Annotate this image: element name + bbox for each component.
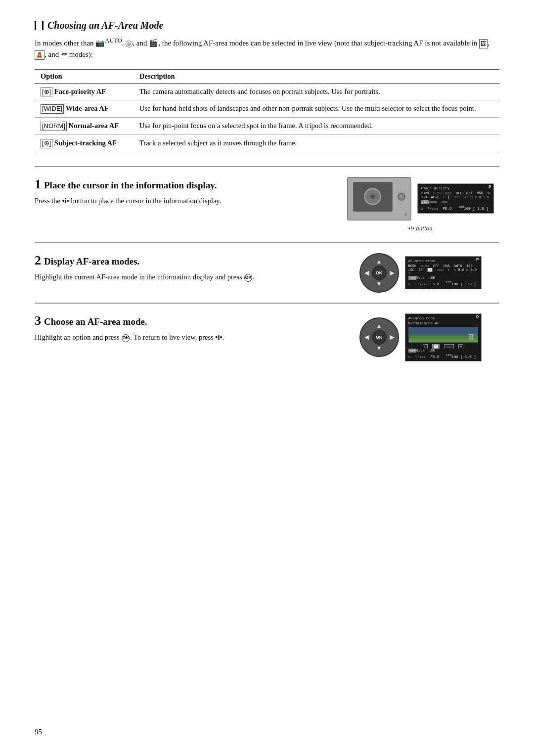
- table-row: [⊛] Subject-tracking AFTrack a selected …: [35, 134, 499, 152]
- step-1-button-label: •i• button: [408, 224, 432, 232]
- camera-body-mockup: • ⓪: [347, 177, 411, 221]
- step-3-block: 3 Choose an AF-area mode. Highlight an o…: [35, 303, 499, 372]
- step-3-title: Choose an AF-area mode.: [44, 316, 147, 328]
- step-3-number: 3: [35, 313, 41, 328]
- intro-text: In modes other than 📷AUTO, ⊕, and 🎬, the…: [35, 36, 499, 61]
- section-icon: [35, 21, 44, 30]
- step-3-content: 3 Choose an AF-area mode. Highlight an o…: [35, 313, 329, 362]
- option-label-1: Wide-area AF: [66, 104, 109, 112]
- nav-arrow-up: ▲: [376, 258, 382, 266]
- ok-button-3: OK: [372, 330, 387, 345]
- table-cell-desc-1: Use for hand-held shots of landscapes an…: [134, 100, 499, 118]
- table-row: [⊕] Face-priority AFThe camera automatic…: [35, 83, 499, 100]
- wide-area-icon: [WIDE]: [41, 104, 64, 114]
- step-3-cam-display: P AF-area mode Normal-area AF ☐ ██ ☐☐☐ ⊕…: [405, 313, 482, 362]
- ok-button: OK: [372, 266, 387, 280]
- option-label-0: Face-priority AF: [54, 88, 106, 95]
- nav-wheel-3: ▲ ▼ ◀ ▶ OK: [359, 317, 399, 357]
- step-1-number: 1: [35, 177, 41, 192]
- table-cell-option-0: [⊕] Face-priority AF: [35, 83, 134, 100]
- step-2-title: Display AF-area modes.: [44, 256, 139, 268]
- step-1-title: Place the cursor in the information disp…: [44, 179, 217, 192]
- table-row: [NORM] Normal-area AFUse for pin-point f…: [35, 118, 499, 135]
- option-label-3: Subject-tracking AF: [54, 139, 117, 147]
- face-priority-icon: [⊕]: [41, 88, 52, 97]
- step-2-body: Highlight the current AF-area mode in th…: [35, 271, 329, 282]
- table-row: [WIDE] Wide-area AFUse for hand-held sho…: [35, 100, 499, 118]
- nav-arrow-up-3: ▲: [376, 322, 382, 330]
- nav-arrow-down: ▼: [376, 280, 382, 288]
- table-cell-desc-3: Track a selected subject as it moves thr…: [134, 134, 499, 152]
- nav-arrow-right-3: ▶: [390, 334, 394, 341]
- nav-arrow-left-3: ◀: [364, 334, 369, 341]
- table-header-description: Description: [134, 69, 499, 84]
- step-1-content: 1 Place the cursor in the information di…: [35, 177, 329, 232]
- af-area-table: Option Description [⊕] Face-priority AFT…: [35, 69, 499, 152]
- table-cell-option-2: [NORM] Normal-area AF: [35, 118, 134, 135]
- nav-wheel: ▲ ▼ ◀ ▶ OK: [359, 253, 399, 293]
- nav-arrow-down-3: ▼: [376, 345, 382, 352]
- table-cell-option-3: [⊛] Subject-tracking AF: [35, 134, 134, 152]
- page-number: 95: [35, 728, 42, 736]
- step-2-visuals: ▲ ▼ ◀ ▶ OK P AF-area mode NORM ☐ ☐☐ OFF …: [341, 253, 499, 293]
- subject-tracking-icon: [⊛]: [41, 139, 52, 148]
- table-cell-desc-0: The camera automatically detects and foc…: [134, 83, 499, 100]
- step-1-visuals: • ⓪ P Image quality NORM ☐ ☐☐ OFF OFF Nǒ…: [341, 177, 499, 232]
- step-1-block: 1 Place the cursor in the information di…: [35, 166, 499, 242]
- step-1-cam-display: P Image quality NORM ☐ ☐☐ OFF OFF NǒA Nǒ…: [417, 183, 494, 214]
- step-3-visuals: ▲ ▼ ◀ ▶ OK P AF-area mode Normal-area AF…: [341, 313, 499, 362]
- table-header-option: Option: [35, 69, 134, 84]
- step-2-cam-display: P AF-area mode NORM ☐ ☐☐ OFF NǒA AUTO 10…: [405, 256, 482, 289]
- nav-arrow-left: ◀: [364, 269, 369, 276]
- step-1-body: Press the •i• button to place the cursor…: [35, 195, 329, 206]
- table-cell-desc-2: Use for pin-point focus on a selected sp…: [134, 118, 499, 135]
- section-title: Choosing an AF-Area Mode: [47, 20, 163, 31]
- option-label-2: Normal-area AF: [69, 122, 119, 130]
- step-2-content: 2 Display AF-area modes. Highlight the c…: [35, 253, 329, 293]
- step-3-body: Highlight an option and press OK. To ret…: [35, 332, 329, 343]
- step-2-number: 2: [35, 253, 41, 268]
- section-heading: Choosing an AF-Area Mode: [35, 20, 499, 31]
- normal-area-icon: [NORM]: [41, 122, 67, 131]
- table-cell-option-1: [WIDE] Wide-area AF: [35, 100, 134, 118]
- nav-arrow-right: ▶: [390, 269, 394, 276]
- step-2-block: 2 Display AF-area modes. Highlight the c…: [35, 242, 499, 303]
